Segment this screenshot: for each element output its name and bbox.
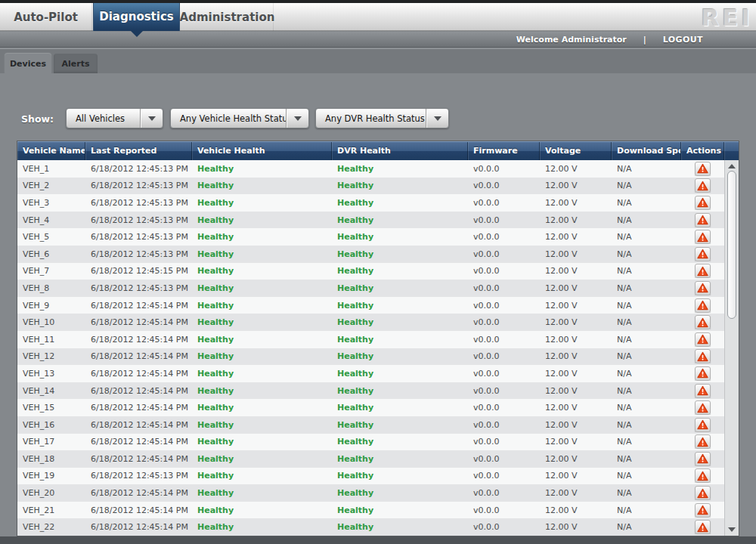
dvr-health-cell: Healthy <box>332 454 468 464</box>
warning-action-button[interactable] <box>695 486 711 500</box>
warning-action-button[interactable] <box>695 520 711 534</box>
warning-action-button[interactable] <box>695 230 711 244</box>
warning-action-button[interactable] <box>695 384 711 398</box>
actions-cell <box>681 213 724 227</box>
warning-action-button[interactable] <box>695 178 711 193</box>
table-row[interactable]: VEH_22 6/18/2012 12:45:14 PM Healthy Hea… <box>17 518 724 536</box>
dropdown-arrow-box <box>286 109 308 128</box>
column-header-vehicle-health[interactable]: Vehicle Health <box>192 142 332 160</box>
warning-action-button[interactable] <box>695 196 711 210</box>
dvr-health-filter-dropdown[interactable]: Any DVR Health Status <box>315 108 449 128</box>
tab-diagnostics[interactable]: Diagnostics <box>93 2 180 31</box>
voltage-cell: 12.00 V <box>540 181 612 190</box>
actions-cell <box>681 520 724 534</box>
dvr-health-cell: Healthy <box>332 215 468 225</box>
column-header-last-reported[interactable]: Last Reported <box>85 142 192 160</box>
last-reported-cell: 6/18/2012 12:45:14 PM <box>85 505 192 515</box>
tab-devices[interactable]: Devices <box>5 54 51 73</box>
warning-action-button[interactable] <box>695 315 711 329</box>
firmware-cell: v0.0.0 <box>468 283 540 293</box>
warning-action-button[interactable] <box>695 264 711 278</box>
warning-action-button[interactable] <box>695 349 711 363</box>
table-row[interactable]: VEH_15 6/18/2012 12:45:14 PM Healthy Hea… <box>17 399 724 416</box>
logout-link[interactable]: LOGOUT <box>663 35 703 45</box>
column-header-actions[interactable]: Actions <box>681 142 724 160</box>
table-row[interactable]: VEH_8 6/18/2012 12:45:13 PM Healthy Heal… <box>17 280 724 297</box>
voltage-cell: 12.00 V <box>540 420 612 430</box>
vehicles-filter-dropdown[interactable]: All Vehicles <box>66 108 163 128</box>
table-row[interactable]: VEH_1 6/18/2012 12:45:13 PM Healthy Heal… <box>17 160 724 178</box>
table-row[interactable]: VEH_19 6/18/2012 12:45:13 PM Healthy Hea… <box>17 468 724 485</box>
warning-action-button[interactable] <box>695 332 711 347</box>
scroll-up-arrow-icon[interactable] <box>728 164 736 168</box>
warning-triangle-icon <box>697 249 708 259</box>
warning-action-button[interactable] <box>695 468 711 483</box>
table-row[interactable]: VEH_3 6/18/2012 12:45:13 PM Healthy Heal… <box>17 194 724 212</box>
vehicle-health-filter-dropdown[interactable]: Any Vehicle Health Status <box>170 108 309 128</box>
table-row[interactable]: VEH_14 6/18/2012 12:45:14 PM Healthy Hea… <box>17 382 724 400</box>
tab-alerts[interactable]: Alerts <box>54 54 98 73</box>
scrollbar-thumb[interactable] <box>727 171 736 319</box>
table-row[interactable]: VEH_20 6/18/2012 12:45:14 PM Healthy Hea… <box>17 484 724 502</box>
warning-action-button[interactable] <box>695 213 711 227</box>
table-row[interactable]: VEH_17 6/18/2012 12:45:14 PM Healthy Hea… <box>17 434 724 451</box>
download-speed-cell: N/A <box>612 437 681 447</box>
firmware-cell: v0.0.0 <box>468 403 540 413</box>
warning-action-button[interactable] <box>695 452 711 466</box>
actions-cell <box>681 400 724 415</box>
table-row[interactable]: VEH_10 6/18/2012 12:45:14 PM Healthy Hea… <box>17 314 724 331</box>
table-row[interactable]: VEH_11 6/18/2012 12:45:14 PM Healthy Hea… <box>17 331 724 348</box>
last-reported-cell: 6/18/2012 12:45:14 PM <box>85 317 192 327</box>
vehicle-health-filter-value: Any Vehicle Health Status <box>171 113 286 124</box>
vehicle-health-cell: Healthy <box>192 420 332 430</box>
column-header-dvr-health[interactable]: DVR Health <box>332 142 468 160</box>
vehicle-name-cell: VEH_14 <box>17 386 85 396</box>
vehicle-name-cell: VEH_4 <box>17 215 85 225</box>
tab-diagnostics-label: Diagnostics <box>99 10 174 23</box>
voltage-cell: 12.00 V <box>540 215 612 225</box>
vertical-scrollbar[interactable] <box>724 160 739 536</box>
table-row[interactable]: VEH_18 6/18/2012 12:45:14 PM Healthy Hea… <box>17 450 724 468</box>
vehicle-health-cell: Healthy <box>192 386 332 396</box>
firmware-cell: v0.0.0 <box>468 454 540 464</box>
warning-triangle-icon <box>697 403 708 413</box>
warning-action-button[interactable] <box>695 298 711 313</box>
last-reported-cell: 6/18/2012 12:45:14 PM <box>85 522 192 532</box>
warning-action-button[interactable] <box>695 247 711 261</box>
table-row[interactable]: VEH_5 6/18/2012 12:45:13 PM Healthy Heal… <box>17 228 724 246</box>
firmware-cell: v0.0.0 <box>468 335 540 345</box>
warning-action-button[interactable] <box>695 434 711 449</box>
table-row[interactable]: VEH_12 6/18/2012 12:45:14 PM Healthy Hea… <box>17 348 724 366</box>
vehicle-name-cell: VEH_2 <box>17 181 85 190</box>
table-row[interactable]: VEH_6 6/18/2012 12:45:13 PM Healthy Heal… <box>17 246 724 263</box>
column-header-vehicle-name[interactable]: Vehicle Name <box>17 142 85 160</box>
vehicle-health-cell: Healthy <box>192 335 332 345</box>
warning-action-button[interactable] <box>695 400 711 415</box>
table-row[interactable]: VEH_2 6/18/2012 12:45:13 PM Healthy Heal… <box>17 178 724 195</box>
table-row[interactable]: VEH_7 6/18/2012 12:45:15 PM Healthy Heal… <box>17 263 724 280</box>
download-speed-cell: N/A <box>612 232 681 242</box>
download-speed-cell: N/A <box>612 488 681 498</box>
firmware-cell: v0.0.0 <box>468 181 540 190</box>
column-header-voltage[interactable]: Voltage <box>540 142 612 160</box>
warning-action-button[interactable] <box>695 281 711 295</box>
warning-action-button[interactable] <box>695 366 711 381</box>
warning-action-button[interactable] <box>695 162 711 176</box>
warning-action-button[interactable] <box>695 418 711 432</box>
firmware-cell: v0.0.0 <box>468 522 540 532</box>
table-row[interactable]: VEH_16 6/18/2012 12:45:14 PM Healthy Hea… <box>17 416 724 434</box>
welcome-text: Welcome Administrator <box>516 35 627 45</box>
table-row[interactable]: VEH_9 6/18/2012 12:45:14 PM Healthy Heal… <box>17 297 724 314</box>
column-header-firmware[interactable]: Firmware <box>468 142 540 160</box>
scroll-down-arrow-icon[interactable] <box>728 527 736 532</box>
last-reported-cell: 6/18/2012 12:45:13 PM <box>85 198 192 208</box>
warning-action-button[interactable] <box>695 503 711 518</box>
tab-auto-pilot[interactable]: Auto-Pilot <box>0 3 92 31</box>
table-row[interactable]: VEH_13 6/18/2012 12:45:14 PM Healthy Hea… <box>17 365 724 382</box>
dvr-health-cell: Healthy <box>332 505 468 515</box>
column-header-download-speed[interactable]: Download Spe <box>612 142 681 160</box>
table-row[interactable]: VEH_21 6/18/2012 12:45:14 PM Healthy Hea… <box>17 502 724 519</box>
dvr-health-cell: Healthy <box>332 301 468 311</box>
tab-administration[interactable]: Administration <box>181 3 274 31</box>
table-row[interactable]: VEH_4 6/18/2012 12:45:13 PM Healthy Heal… <box>17 212 724 229</box>
